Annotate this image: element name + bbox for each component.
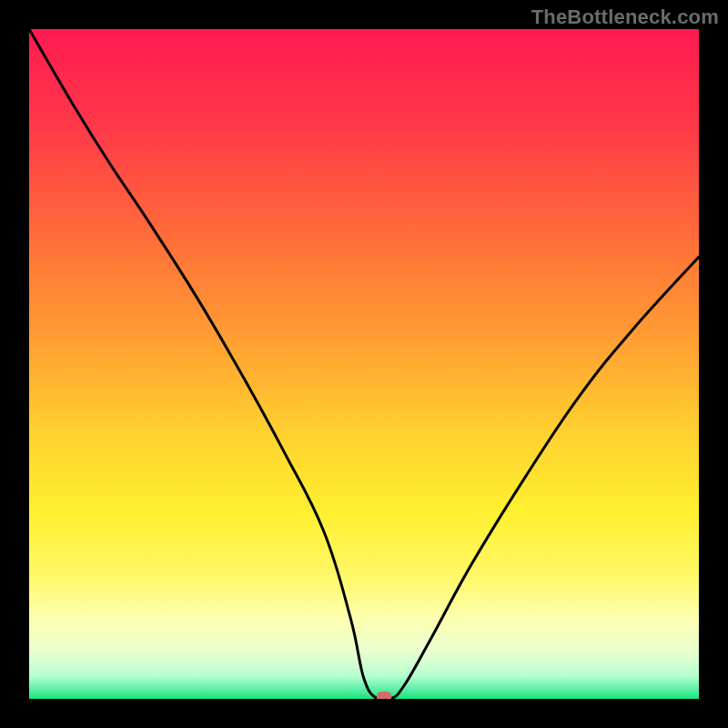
bottleneck-chart bbox=[29, 29, 699, 699]
chart-frame: TheBottleneck.com bbox=[0, 0, 728, 728]
watermark-text: TheBottleneck.com bbox=[531, 5, 719, 29]
gradient-background bbox=[29, 29, 699, 699]
plot-area bbox=[29, 29, 699, 699]
optimal-marker bbox=[377, 692, 391, 699]
